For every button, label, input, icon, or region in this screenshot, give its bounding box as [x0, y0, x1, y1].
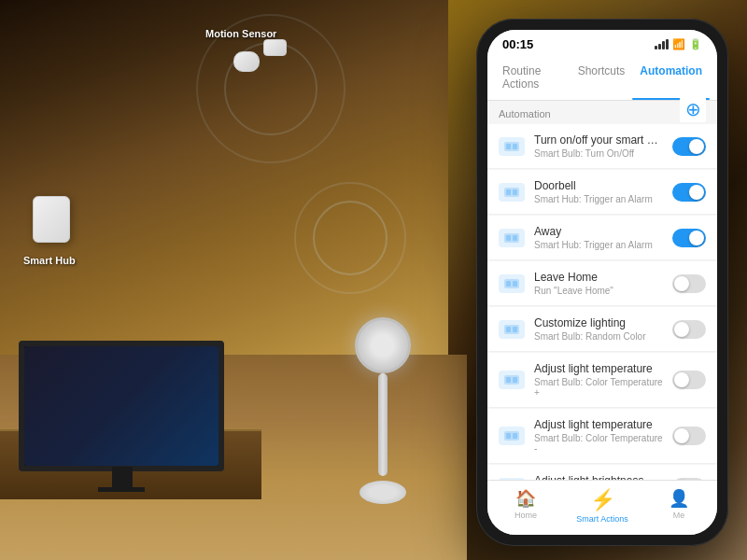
automation-list-item[interactable]: Away Smart Hub: Trigger an Alarm [487, 216, 717, 260]
tv [19, 341, 224, 471]
automation-item-subtitle: Smart Hub: Trigger an Alarm [534, 240, 663, 250]
signal-bar-2 [658, 44, 661, 49]
automation-item-toggle[interactable] [672, 371, 706, 389]
tab-automation[interactable]: Automation [632, 55, 710, 100]
automation-item-text: Away Smart Hub: Trigger an Alarm [534, 225, 663, 250]
wifi-icon: 📶 [672, 38, 685, 50]
automation-list-item[interactable]: Adjust light temperature Smart Bulb: Col… [487, 409, 717, 464]
automation-item-subtitle: Smart Hub: Trigger an Alarm [534, 194, 663, 204]
automation-item-text: Turn on/off your smart devi... Smart Bul… [534, 133, 663, 159]
automation-item-icon [499, 274, 525, 293]
battery-icon: 🔋 [689, 38, 702, 50]
smart-hub: Smart Hub [33, 196, 75, 247]
automation-list-item[interactable]: Customize lighting Smart Bulb: Random Co… [487, 307, 717, 352]
automation-item-text: Doorbell Smart Hub: Trigger an Alarm [534, 179, 663, 204]
automation-item-toggle[interactable] [672, 320, 706, 339]
signal-bars [655, 39, 669, 49]
automation-item-icon [499, 427, 525, 445]
motion-sensor-label: Motion Sensor [205, 28, 276, 39]
items-container: Turn on/off your smart devi... Smart Bul… [487, 124, 717, 480]
nav-item-smart-actions[interactable]: ⚡ Smart Actions [564, 488, 641, 524]
svg-rect-17 [513, 377, 517, 383]
tab-routine-actions[interactable]: Routine Actions [495, 55, 571, 100]
signal-bar-1 [655, 46, 657, 49]
fan [345, 317, 420, 504]
me-label: Me [673, 511, 685, 520]
nav-item-home[interactable]: 🏠 Home [487, 488, 564, 524]
automation-item-toggle[interactable] [672, 229, 706, 247]
motion-sensor: Motion Sensor [233, 51, 260, 72]
automation-item-title: Away [534, 225, 663, 238]
automation-list-item[interactable]: Adjust light temperature Smart Bulb: Col… [487, 353, 717, 408]
signal-bar-4 [666, 39, 669, 49]
automation-item-subtitle: Run "Leave Home" [534, 286, 663, 296]
svg-rect-20 [513, 433, 517, 439]
automation-list-item[interactable]: Leave Home Run "Leave Home" [487, 261, 717, 306]
home-label: Home [514, 511, 537, 520]
automation-item-subtitle: Smart Bulb: Turn On/Off [534, 148, 663, 159]
automation-item-toggle[interactable] [672, 274, 706, 293]
automation-item-toggle[interactable] [672, 478, 706, 481]
smart-actions-icon: ⚡ [590, 488, 615, 512]
tabs-container: Routine Actions Shortcuts Automation [495, 55, 710, 100]
svg-rect-7 [506, 235, 511, 241]
automation-item-icon [499, 320, 525, 339]
automation-item-title: Customize lighting [534, 316, 663, 329]
svg-rect-16 [506, 377, 511, 383]
nav-item-me[interactable]: 👤 Me [641, 488, 717, 524]
automation-item-icon [499, 229, 525, 247]
automation-item-subtitle: Smart Bulb: Color Temperature - [534, 433, 663, 454]
top-tab-bar: Routine Actions Shortcuts Automation ⊕ [487, 55, 717, 101]
automation-item-toggle[interactable] [672, 137, 706, 156]
automation-item-icon [499, 183, 525, 202]
phone-container: 00:15 📶 🔋 Routine Actions [476, 19, 728, 546]
me-icon: 👤 [669, 488, 689, 509]
svg-rect-1 [506, 144, 511, 149]
automation-item-toggle[interactable] [672, 183, 706, 202]
svg-rect-5 [513, 189, 517, 195]
automation-item-toggle[interactable] [672, 427, 706, 445]
svg-rect-19 [506, 433, 511, 439]
tab-shortcuts[interactable]: Shortcuts [571, 55, 633, 100]
automation-item-icon [499, 371, 525, 389]
automation-item-title: Leave Home [534, 271, 663, 284]
home-icon: 🏠 [515, 488, 536, 509]
signal-bar-3 [662, 41, 665, 49]
automation-item-text: Adjust light temperature Smart Bulb: Col… [534, 418, 663, 454]
automation-list-item[interactable]: Doorbell Smart Hub: Trigger an Alarm [487, 170, 717, 215]
svg-rect-13 [506, 327, 511, 332]
automation-item-text: Leave Home Run "Leave Home" [534, 271, 663, 296]
automation-item-title: Adjust light temperature [534, 418, 663, 431]
automation-item-title: Turn on/off your smart devi... [534, 133, 663, 147]
status-bar: 00:15 📶 🔋 [487, 30, 717, 55]
svg-rect-11 [513, 281, 517, 287]
automation-item-subtitle: Smart Bulb: Color Temperature + [534, 377, 663, 398]
automation-item-title: Adjust light temperature [534, 362, 663, 375]
camera [263, 39, 287, 56]
add-automation-button[interactable]: ⊕ [680, 96, 706, 122]
svg-rect-2 [513, 144, 517, 149]
automation-item-subtitle: Smart Bulb: Random Color [534, 331, 663, 342]
automation-list-item[interactable]: Adjust light brightness Smart Bulb: Brig… [487, 465, 717, 480]
automation-item-icon [499, 137, 525, 156]
automation-item-text: Customize lighting Smart Bulb: Random Co… [534, 316, 663, 342]
svg-rect-10 [506, 281, 511, 287]
automation-list-item[interactable]: Turn on/off your smart devi... Smart Bul… [487, 124, 717, 169]
svg-rect-8 [513, 235, 517, 241]
svg-rect-14 [513, 327, 517, 332]
tv-base [98, 487, 145, 492]
phone-frame: 00:15 📶 🔋 Routine Actions [476, 19, 728, 546]
smart-actions-label: Smart Actions [576, 514, 628, 524]
automation-item-title: Doorbell [534, 179, 663, 192]
bottom-nav: 🏠 Home ⚡ Smart Actions 👤 Me [487, 480, 717, 535]
automation-item-text: Adjust light temperature Smart Bulb: Col… [534, 362, 663, 398]
phone-screen: 00:15 📶 🔋 Routine Actions [487, 30, 717, 535]
status-icons: 📶 🔋 [655, 38, 702, 50]
status-time: 00:15 [502, 37, 533, 51]
automation-list[interactable]: Automation Turn on/off your smart devi..… [487, 101, 717, 480]
svg-rect-4 [506, 189, 511, 195]
smart-hub-label: Smart Hub [23, 255, 76, 266]
